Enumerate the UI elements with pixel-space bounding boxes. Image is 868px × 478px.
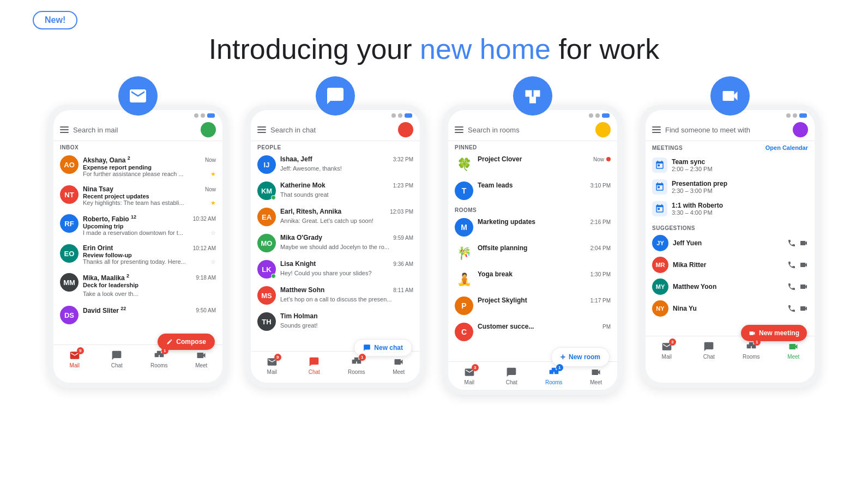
- nav-rooms[interactable]: 1 Rooms: [143, 349, 176, 368]
- nav-meet-m[interactable]: Meet: [777, 341, 810, 360]
- list-item[interactable]: IJ Ishaa, Jeff 3:32 PM Jeff: Awesome, th…: [251, 152, 420, 178]
- list-item[interactable]: AO Akshay, Oana 2 Now Expense report pen…: [53, 152, 222, 181]
- search-mail[interactable]: Search in mail: [53, 119, 222, 141]
- user-avatar-mail[interactable]: [201, 122, 216, 137]
- user-avatar-chat[interactable]: [398, 122, 413, 137]
- list-item[interactable]: T Team leads 3:10 PM: [448, 178, 617, 204]
- skylight-icon: P: [455, 297, 473, 315]
- avatar-mm: MM: [60, 273, 79, 292]
- offsite-icon: 🎋: [455, 244, 473, 263]
- avatar-my: MY: [652, 279, 668, 295]
- hamburger-chat[interactable]: [257, 126, 266, 133]
- meet-icon-circle: [710, 76, 750, 116]
- list-item[interactable]: LK Lisa Knight 9:36 AM Hey! Could you sh…: [251, 256, 420, 282]
- avatar-mo: MO: [257, 234, 276, 252]
- user-avatar-meet[interactable]: [793, 122, 808, 137]
- meeting-item[interactable]: 1:1 with Roberto 3:30 – 4:00 PM: [646, 198, 815, 220]
- list-item[interactable]: EA Earl, Ritesh, Annika 12:03 PM Annika:…: [251, 204, 420, 230]
- avatar-jy: JY: [652, 235, 668, 251]
- hamburger-rooms[interactable]: [455, 126, 463, 133]
- avatar-ao: AO: [60, 155, 79, 174]
- phones-row: Search in mail INBOX AO Akshay, Oana 2 N…: [22, 76, 846, 395]
- open-calendar-link[interactable]: Open Calendar: [765, 144, 808, 151]
- search-rooms[interactable]: Search in rooms: [448, 119, 617, 141]
- nav-chat-r[interactable]: Chat: [495, 366, 528, 385]
- list-item[interactable]: EO Erin Orint 10:12 AM Review follow-up …: [53, 240, 222, 269]
- nav-chat-m[interactable]: Chat: [692, 341, 725, 360]
- search-chat-text: Search in chat: [270, 126, 394, 134]
- yoga-icon: 🧘: [455, 270, 473, 289]
- list-item[interactable]: MO Mika O'Grady 9:59 AM Maybe we should …: [251, 230, 420, 256]
- rooms-label: ROOMS: [448, 204, 617, 214]
- chat-icon-circle: [316, 76, 355, 116]
- avatar-ij: IJ: [257, 155, 276, 174]
- nav-meet[interactable]: Meet: [185, 349, 218, 368]
- list-item[interactable]: RF Roberto, Fabio 12 10:32 AM Upcoming t…: [53, 210, 222, 240]
- list-item[interactable]: M Marketing updates 2:16 PM: [448, 214, 617, 240]
- nav-meet-r[interactable]: Meet: [580, 366, 612, 385]
- search-meet[interactable]: Find someone to meet with: [646, 119, 815, 141]
- list-item[interactable]: DS David Sliter 22 9:50 AM: [53, 302, 222, 328]
- avatar-km: KM: [257, 181, 276, 200]
- suggestion-item[interactable]: JY Jeff Yuen: [646, 232, 815, 254]
- hamburger-meet[interactable]: [652, 126, 661, 133]
- list-item[interactable]: TH Tim Holman Sounds great!: [251, 308, 420, 335]
- meeting-item[interactable]: Presentation prep 2:30 – 3:00 PM: [646, 176, 815, 198]
- avatar-era: EA: [257, 208, 276, 226]
- inbox-label: INBOX: [53, 141, 222, 152]
- headline: Introducing your new home for work: [209, 33, 660, 65]
- list-item[interactable]: 🧘 Yoga break 1:30 PM: [448, 267, 617, 293]
- list-item[interactable]: MS Matthew Sohn 8:11 AM Let's hop on a c…: [251, 282, 420, 308]
- unread-dot: [606, 157, 611, 161]
- meetings-header: MEETINGS Open Calendar: [646, 141, 815, 154]
- avatar-mr: MR: [652, 257, 668, 273]
- nav-rooms-c[interactable]: 1 Rooms: [340, 356, 373, 375]
- nav-rooms-r[interactable]: 1 Rooms: [538, 366, 570, 385]
- new-meeting-button[interactable]: New meeting: [741, 325, 807, 341]
- suggestion-item[interactable]: NY Nina Yu: [646, 298, 815, 319]
- rooms-icon-circle: [513, 76, 552, 116]
- people-label: PEOPLE: [251, 141, 420, 152]
- nav-rooms-m[interactable]: 1 Rooms: [735, 341, 768, 360]
- search-mail-text: Search in mail: [73, 126, 196, 134]
- hamburger-mail[interactable]: [60, 126, 69, 133]
- avatar-nt: NT: [60, 185, 79, 204]
- list-item[interactable]: C Customer succe... PM: [448, 319, 617, 345]
- meeting-item[interactable]: Team sync 2:00 – 2:30 PM: [646, 154, 815, 176]
- user-avatar-rooms[interactable]: [595, 122, 611, 137]
- suggestion-item[interactable]: MY Matthew Yoon: [646, 276, 815, 298]
- suggestion-item[interactable]: MR Mika Ritter: [646, 254, 815, 276]
- list-item[interactable]: 🍀 Project Clover Now: [448, 152, 617, 178]
- marketing-icon: M: [455, 218, 473, 237]
- nav-mail-c[interactable]: 9 Mail: [256, 356, 288, 375]
- avatar-eo: EO: [60, 244, 79, 263]
- mail-icon-circle: [118, 76, 158, 116]
- search-rooms-text: Search in rooms: [468, 126, 591, 134]
- phone-rooms: Search in rooms PINNED 🍀 Project Clover …: [440, 76, 625, 395]
- list-item[interactable]: P Project Skylight 1:17 PM: [448, 293, 617, 319]
- avatar-ny: NY: [652, 300, 668, 317]
- avatar-ds: DS: [60, 306, 79, 324]
- pinned-label: PINNED: [448, 141, 617, 152]
- clover-icon: 🍀: [455, 155, 473, 174]
- list-item[interactable]: 🎋 Offsite planning 2:04 PM: [448, 240, 617, 267]
- phone-meet: Find someone to meet with MEETINGS Open …: [637, 76, 823, 388]
- suggestions-label: SUGGESTIONS: [646, 222, 815, 232]
- new-badge: New!: [33, 11, 77, 29]
- list-item[interactable]: NT Nina Tsay Now Recent project updates …: [53, 181, 222, 210]
- nav-chat[interactable]: Chat: [100, 349, 133, 368]
- list-item[interactable]: MM Mika, Maalika 2 9:18 AM Deck for lead…: [53, 269, 222, 302]
- nav-meet-c[interactable]: Meet: [382, 356, 415, 375]
- phone-mail: Search in mail INBOX AO Akshay, Oana 2 N…: [45, 76, 231, 388]
- nav-mail[interactable]: 9 Mail: [58, 349, 91, 368]
- customer-icon: C: [455, 323, 473, 341]
- phone-chat: Search in chat PEOPLE IJ Ishaa, Jeff 3:3…: [243, 76, 428, 388]
- avatar-th: TH: [257, 312, 276, 331]
- nav-mail-r[interactable]: 3 Mail: [453, 366, 486, 385]
- nav-chat-c[interactable]: Chat: [298, 356, 330, 375]
- list-item[interactable]: KM Katherine Mok 1:23 PM That sounds gre…: [251, 178, 420, 204]
- search-chat[interactable]: Search in chat: [251, 119, 420, 141]
- avatar-lk: LK: [257, 260, 276, 279]
- nav-mail-m[interactable]: 3 Mail: [650, 341, 683, 360]
- search-meet-text: Find someone to meet with: [665, 126, 788, 134]
